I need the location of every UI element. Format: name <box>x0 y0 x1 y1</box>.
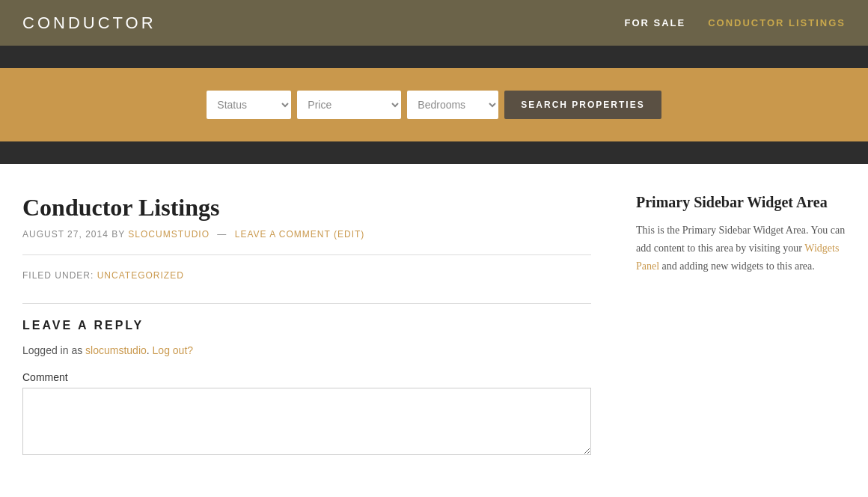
article-title: Conductor Listings <box>22 194 591 222</box>
main-nav: FOR SALE CONDUCTOR LISTINGS <box>624 17 846 28</box>
logged-in-text: Logged in as slocumstudio. Log out? <box>22 344 591 356</box>
by-label: BY <box>111 229 128 240</box>
comment-textarea[interactable] <box>22 388 591 455</box>
logged-in-user-link[interactable]: slocumstudio <box>85 344 147 356</box>
article-divider <box>22 254 591 255</box>
nav-for-sale[interactable]: FOR SALE <box>624 17 685 28</box>
article-divider-2 <box>22 303 591 304</box>
search-button[interactable]: SEARCH PROPERTIES <box>504 91 661 119</box>
reply-title: LEAVE A REPLY <box>22 319 591 332</box>
comment-label: Comment <box>22 371 591 383</box>
bottom-dark-band <box>0 141 868 164</box>
content-area: Conductor Listings AUGUST 27, 2014 BY SL… <box>22 194 591 458</box>
status-select[interactable]: Status For Sale For Rent Sold <box>207 91 291 119</box>
site-logo: CONDUCTOR <box>22 13 624 33</box>
article-date: AUGUST 27, 2014 <box>22 229 109 240</box>
leave-comment-link[interactable]: LEAVE A COMMENT (EDIT) <box>235 229 365 240</box>
nav-conductor-listings[interactable]: CONDUCTOR LISTINGS <box>708 17 846 28</box>
sidebar-widget-text: This is the Primary Sidebar Widget Area.… <box>636 222 846 275</box>
search-bar: Status For Sale For Rent Sold Price $0-$… <box>0 68 868 141</box>
filed-label: FILED UNDER: <box>22 270 94 281</box>
category-link[interactable]: UNCATEGORIZED <box>97 270 184 281</box>
article-author[interactable]: SLOCUMSTUDIO <box>128 229 210 240</box>
logout-link[interactable]: Log out? <box>153 344 194 356</box>
sidebar-widget-title: Primary Sidebar Widget Area <box>636 194 846 211</box>
price-select[interactable]: Price $0-$100k $100k-$200k $200k-$500k $… <box>297 91 401 119</box>
sidebar: Primary Sidebar Widget Area This is the … <box>636 194 846 458</box>
meta-separator: — <box>217 229 227 240</box>
site-header: CONDUCTOR FOR SALE CONDUCTOR LISTINGS <box>0 0 868 46</box>
search-controls: Status For Sale For Rent Sold Price $0-$… <box>207 91 661 119</box>
main-container: Conductor Listings AUGUST 27, 2014 BY SL… <box>0 164 868 488</box>
article-meta: AUGUST 27, 2014 BY SLOCUMSTUDIO — LEAVE … <box>22 229 591 240</box>
top-dark-band <box>0 46 868 68</box>
bedrooms-select[interactable]: Bedrooms 1 2 3 4 5+ <box>407 91 498 119</box>
reply-section: LEAVE A REPLY Logged in as slocumstudio.… <box>22 319 591 458</box>
filed-under: FILED UNDER: UNCATEGORIZED <box>22 270 591 281</box>
